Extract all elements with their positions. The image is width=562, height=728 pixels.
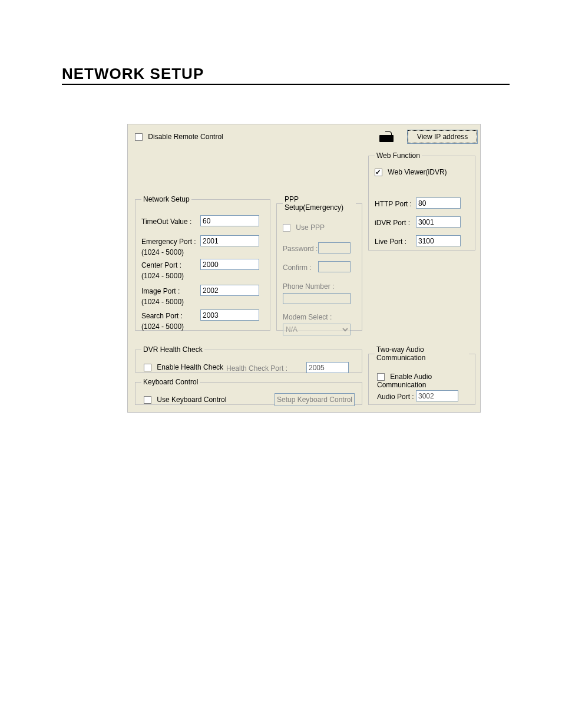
- heading-rule: [62, 84, 510, 85]
- keyboard-control-legend: Keyboard Control: [141, 378, 200, 386]
- ppp-confirm-label: Confirm :: [283, 263, 312, 272]
- search-port-label: Search Port :: [141, 312, 183, 320]
- emergency-port-hint: (1024 - 5000): [141, 248, 184, 256]
- use-keyboard-row: Use Keyboard Control: [144, 396, 226, 404]
- center-port-label: Center Port :: [141, 261, 181, 269]
- ppp-password-input: [318, 242, 351, 253]
- ppp-modem-label: Modem Select :: [283, 313, 332, 321]
- web-viewer-label: Web Viewer(iDVR): [388, 168, 447, 176]
- enable-health-label: Enable Health Check: [157, 363, 223, 371]
- ppp-phone-input: [283, 293, 351, 304]
- live-port-label: Live Port :: [375, 238, 406, 246]
- web-function-group: Web Function Web Viewer(iDVR) HTTP Port …: [368, 151, 475, 251]
- image-port-label: Image Port :: [141, 287, 180, 295]
- network-setup-legend: Network Setup: [141, 195, 191, 203]
- center-port-input[interactable]: [200, 259, 259, 270]
- keyboard-control-group: Keyboard Control Use Keyboard Control Se…: [135, 378, 362, 405]
- enable-audio-row: Enable Audio Communication: [377, 373, 475, 389]
- idvr-port-input[interactable]: [416, 216, 461, 228]
- disable-remote-label: Disable Remote Control: [148, 133, 223, 141]
- image-port-hint: (1024 - 5000): [141, 298, 184, 306]
- enable-health-row: Enable Health Check: [144, 363, 223, 371]
- disable-remote-checkbox[interactable]: [135, 133, 143, 141]
- ppp-modem-select: N/A: [283, 324, 351, 335]
- audio-group: Two-way Audio Communication Enable Audio…: [368, 345, 475, 405]
- search-port-hint: (1024 - 5000): [141, 322, 184, 331]
- emergency-port-input[interactable]: [200, 235, 259, 246]
- health-port-label: Health Check Port :: [226, 364, 287, 373]
- live-port-input[interactable]: [416, 235, 461, 246]
- image-port-input[interactable]: [200, 285, 259, 296]
- ppp-setup-group: PPP Setup(Emergency) Use PPP Password : …: [276, 195, 362, 331]
- health-check-legend: DVR Health Check: [141, 345, 204, 354]
- timeout-label: TimeOut Value :: [141, 218, 191, 226]
- disable-remote-row: Disable Remote Control: [135, 133, 223, 141]
- idvr-port-row: iDVR Port :: [375, 219, 410, 227]
- network-setup-group: Network Setup TimeOut Value : Emergency …: [135, 195, 270, 331]
- audio-port-input: [416, 390, 458, 401]
- view-ip-button[interactable]: View IP address: [408, 130, 477, 143]
- search-port-input[interactable]: [200, 309, 259, 321]
- emergency-port-label: Emergency Port :: [141, 238, 196, 246]
- web-function-legend: Web Function: [375, 151, 422, 160]
- timeout-input[interactable]: [200, 215, 259, 226]
- enable-audio-label: Enable Audio Communication: [377, 373, 432, 389]
- live-port-row: Live Port :: [375, 238, 406, 246]
- http-port-label: HTTP Port :: [375, 200, 412, 208]
- use-ppp-row: Use PPP: [283, 223, 325, 232]
- enable-health-checkbox[interactable]: [144, 364, 151, 371]
- enable-audio-checkbox[interactable]: [377, 373, 385, 381]
- health-check-group: DVR Health Check Enable Health Check Hea…: [135, 345, 362, 373]
- http-port-row: HTTP Port :: [375, 200, 412, 208]
- network-setup-panel: Disable Remote Control View IP address W…: [127, 124, 481, 413]
- web-viewer-checkbox[interactable]: [375, 169, 382, 176]
- use-keyboard-label: Use Keyboard Control: [157, 396, 226, 404]
- audio-legend: Two-way Audio Communication: [375, 345, 469, 362]
- ppp-password-label: Password :: [283, 245, 318, 253]
- health-port-input: [306, 362, 349, 373]
- ppp-phone-label: Phone Number :: [283, 282, 334, 291]
- keyboard-icon[interactable]: [378, 130, 395, 143]
- ppp-setup-legend: PPP Setup(Emergency): [283, 195, 356, 212]
- audio-port-label: Audio Port :: [377, 393, 414, 401]
- use-ppp-label: Use PPP: [296, 223, 325, 232]
- use-ppp-checkbox[interactable]: [283, 224, 290, 232]
- ppp-confirm-input: [318, 261, 351, 272]
- center-port-hint: (1024 - 5000): [141, 272, 184, 280]
- page-title: NETWORK SETUP: [62, 65, 204, 83]
- use-keyboard-checkbox[interactable]: [144, 396, 151, 404]
- http-port-input[interactable]: [416, 197, 461, 209]
- idvr-port-label: iDVR Port :: [375, 219, 410, 227]
- setup-keyboard-button: Setup Keyboard Control: [275, 393, 355, 406]
- web-viewer-row: Web Viewer(iDVR): [375, 168, 469, 176]
